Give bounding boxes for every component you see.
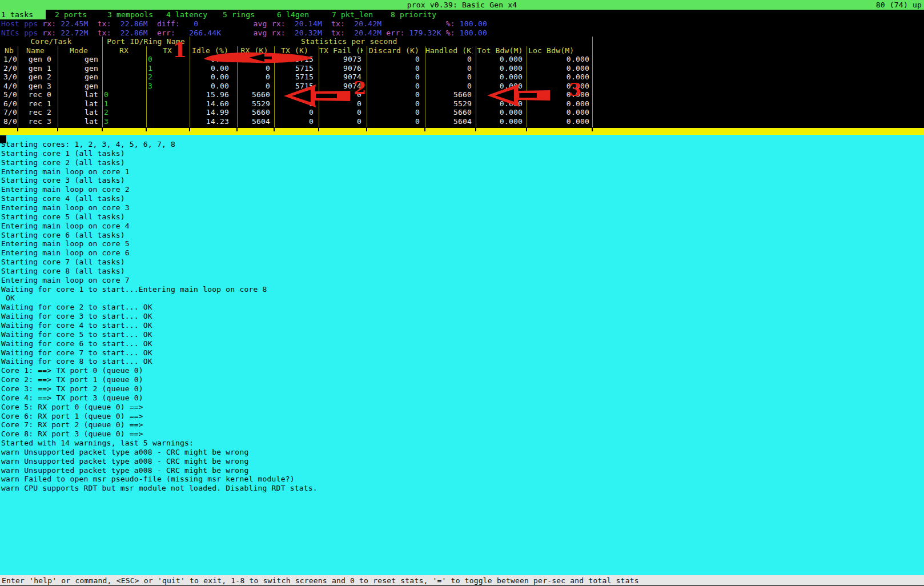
stat-segment-value: 20.42M	[354, 19, 381, 28]
column-header: Nb	[0, 46, 18, 55]
cell-tot-bdw-m-: 0.000	[477, 55, 523, 63]
log-line: Starting core 6 (all tasks)	[1, 231, 125, 239]
stat-segment-value: 22.86M	[120, 29, 148, 37]
log-line: warn Unsupported packet type a008 - CRC …	[1, 466, 248, 475]
log-line: Waiting for core 6 to start... OK	[1, 339, 152, 348]
cell-mode: lat	[59, 99, 98, 108]
log-line: Waiting for core 4 to start... OK	[1, 321, 152, 330]
cell-handled-k-: 0	[427, 82, 472, 90]
log-line: Core 6: RX port 1 (queue 0) ==>	[1, 412, 143, 420]
cell-name: gen 1	[19, 64, 51, 73]
cell-idle-: 0.00	[191, 82, 229, 90]
tab-1-tasks[interactable]: 1 tasks	[0, 10, 46, 19]
separator-tick	[146, 128, 147, 131]
tab-2-ports[interactable]: 2 ports	[55, 10, 87, 19]
tab-4-latency[interactable]: 4 latency	[166, 10, 207, 19]
stat-segment-value: 20.32M	[295, 29, 322, 37]
stat-segment-value: 20.14M	[295, 19, 322, 28]
annotation-number-1: 1	[172, 46, 187, 54]
column-header: Name	[18, 46, 53, 55]
cell-tx: 2	[148, 73, 187, 81]
cell-nb: 1/0	[1, 55, 17, 63]
log-line: OK	[1, 294, 15, 302]
tab-7-pkt_len[interactable]: 7 pkt_len	[332, 10, 373, 19]
cell-tot-bdw-m-: 0.000	[477, 108, 523, 117]
cell-handled-k-: 5604	[427, 117, 472, 126]
cell-nb: 4/0	[1, 82, 17, 90]
log-line: Starting core 3 (all tasks)	[1, 176, 125, 184]
cell-rx: 0	[104, 90, 144, 99]
cell-name: gen 0	[19, 55, 51, 63]
log-line: Entering main loop on core 1	[1, 167, 130, 176]
column-header: Discard (K)	[367, 46, 421, 55]
tab-3-mempools[interactable]: 3 mempools	[107, 10, 153, 19]
separator-tick	[189, 128, 190, 131]
table-row: 1/0gen 0gen00.00057159073000.0000.000	[0, 55, 594, 64]
log-line: Core 5: RX port 0 (queue 0) ==>	[1, 403, 143, 411]
column-header: RX	[103, 46, 145, 55]
command-bar-help-text: Enter 'help' or command, <ESC> or 'quit'…	[2, 576, 639, 585]
log-line: Core 1: ==> TX port 0 (queue 0)	[1, 366, 143, 375]
host-pps-stats-line: Host pps rx: 22.45M tx: 22.86M diff: 0 a…	[1, 19, 487, 28]
app-title: prox v0.39: Basic Gen x4	[407, 1, 517, 9]
log-line: Core 3: ==> TX port 2 (queue 0)	[1, 384, 143, 393]
cell-rx-k-: 0	[239, 82, 270, 90]
column-header: Mode	[58, 46, 99, 55]
cell-rx-k-: 5660	[239, 108, 270, 117]
tab-5-rings[interactable]: 5 rings	[223, 10, 255, 19]
cell-idle-: 15.96	[191, 90, 229, 99]
cell-mode: gen	[59, 55, 98, 63]
column-header: Loc Bdw(M)	[528, 46, 574, 55]
column-header: Idle (%)	[190, 46, 230, 55]
tab-8-priority[interactable]: 8 priority	[391, 10, 436, 19]
cell-loc-bdw-m-: 0.000	[528, 64, 589, 73]
stat-segment-label: avg rx:	[254, 19, 295, 28]
stat-segment-value: 22.45M	[61, 19, 88, 28]
column-header: TX Fail (K)	[319, 46, 363, 55]
cell-nb: 2/0	[1, 64, 17, 73]
stat-segment-label: tx:	[89, 19, 120, 28]
cell-name: rec 0	[19, 90, 51, 99]
stat-segment-label: %:	[446, 19, 460, 28]
nics-pps-stats-line: NICs pps rx: 22.72M tx: 22.86M err: 266.…	[1, 29, 487, 37]
stat-segment-label: rx:	[38, 29, 61, 37]
cell-tx-k-: 0	[276, 90, 314, 99]
prox-terminal-screen: prox v0.39: Basic Gen x4 80 (74) up 1 ta…	[0, 0, 924, 586]
log-line: Starting core 4 (all tasks)	[1, 194, 125, 203]
log-line: Entering main loop on core 6	[1, 248, 130, 257]
tab-bar: 1 tasks2 ports3 mempools4 latency5 rings…	[0, 10, 924, 19]
stat-segment-label: err:	[381, 29, 409, 37]
log-line: Waiting for core 1 to start...Entering m…	[1, 285, 267, 294]
cell-discard-k-: 0	[368, 64, 420, 73]
stat-segment-label: avg rx:	[254, 29, 295, 37]
cell-tot-bdw-m-: 0.000	[477, 90, 523, 99]
tab-6-l4gen[interactable]: 6 l4gen	[277, 10, 309, 19]
cell-handled-k-: 0	[427, 73, 472, 81]
column-header: Tot Bdw(M)	[476, 46, 524, 55]
cell-tx-k-: 5715	[276, 55, 314, 63]
log-line: Starting cores: 1, 2, 3, 4, 5, 6, 7, 8	[1, 140, 175, 148]
cell-discard-k-: 0	[368, 82, 420, 90]
table-row: 6/0rec 1lat114.60552900055290.0000.000	[0, 99, 594, 109]
cell-loc-bdw-m-: 0.000	[528, 108, 589, 117]
cell-tx-k-: 5715	[276, 64, 314, 73]
separator-tick	[366, 128, 367, 131]
stat-segment-label: %:	[441, 29, 460, 37]
cell-tx-k-: 0	[276, 99, 314, 108]
table-group-header: Statistics per second	[301, 37, 397, 46]
cell-discard-k-: 0	[368, 73, 420, 81]
cell-tx-fail-k-: 0	[320, 99, 361, 108]
title-bar: prox v0.39: Basic Gen x4 80 (74) up	[0, 0, 924, 10]
cell-tx-fail-k-: 9073	[320, 55, 361, 63]
log-line: Core 2: ==> TX port 1 (queue 0)	[1, 375, 143, 384]
log-line: Starting core 5 (all tasks)	[1, 212, 125, 221]
group-separator	[190, 37, 190, 46]
stat-segment-value: 179.32K	[409, 29, 441, 37]
stat-segment-label: tx:	[89, 29, 120, 37]
cell-idle-: 0.00	[191, 55, 229, 63]
log-line: Entering main loop on core 7	[1, 276, 130, 284]
table-row: 7/0rec 2lat214.99566000056600.0000.000	[0, 108, 594, 117]
separator-tick	[526, 128, 527, 131]
cell-loc-bdw-m-: 0.000	[528, 117, 589, 126]
command-bar[interactable]: Enter 'help' or command, <ESC> or 'quit'…	[0, 575, 924, 585]
